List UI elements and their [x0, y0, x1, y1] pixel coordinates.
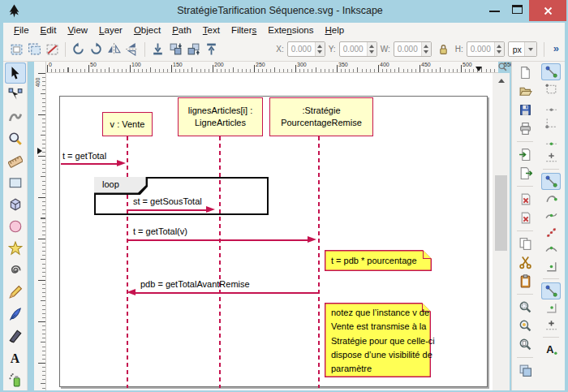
command-toolbar: X:0.000Y:0.000W:0.000H:0.000px»	[3, 37, 565, 62]
ellipse-tool-button[interactable]	[5, 216, 26, 237]
vertical-ruler[interactable]: 400	[34, 62, 46, 390]
snap-path-button[interactable]	[541, 190, 561, 207]
snap-master-icon	[544, 65, 558, 79]
horizontal-ruler[interactable]: 050100150200250300350400450500550	[46, 62, 498, 73]
snap-centers-button[interactable]	[541, 149, 561, 166]
menu-layer[interactable]: Layer	[93, 24, 128, 36]
snap-rotation-centers-button[interactable]	[541, 317, 561, 334]
menu-edit[interactable]: Edit	[35, 24, 62, 36]
rotate-ccw-button[interactable]	[70, 40, 87, 59]
snap-bbox-edges-button[interactable]	[541, 97, 561, 114]
snap-path-intersections-button[interactable]	[541, 207, 561, 224]
maximize-button[interactable]	[508, 0, 527, 21]
calligraphy-tool-button[interactable]	[5, 325, 26, 347]
snap-object-centers-button[interactable]	[541, 299, 561, 317]
x-field[interactable]: 0.000	[287, 41, 325, 57]
redo-button[interactable]	[515, 209, 535, 227]
lifeline-box-label: v : Vente	[110, 118, 145, 131]
select-all-button[interactable]	[8, 40, 25, 59]
snap-bbox-button[interactable]	[541, 80, 561, 97]
tweak-tool-button[interactable]	[5, 106, 26, 127]
selector-tool-button[interactable]	[5, 62, 26, 84]
cut-button[interactable]	[515, 253, 535, 272]
snap-nodes-button[interactable]	[541, 173, 561, 190]
lower-bottom-button[interactable]	[149, 40, 166, 59]
scrollbar-thumb[interactable]	[495, 175, 507, 251]
text-tool-icon: A	[8, 351, 23, 365]
snap-text-baseline-icon: A	[544, 342, 558, 356]
rect-tool-button[interactable]	[5, 172, 26, 193]
pen-tool-button[interactable]	[5, 304, 26, 325]
menu-path[interactable]: Path	[166, 24, 197, 36]
save-button[interactable]	[515, 101, 535, 119]
lock-ratio-button[interactable]	[435, 40, 452, 59]
quickzoom-icon[interactable]	[497, 62, 510, 73]
zoom-drawing-button[interactable]	[515, 317, 535, 335]
new-doc-button[interactable]	[515, 63, 535, 82]
menu-object[interactable]: Object	[128, 24, 166, 36]
vertical-scrollbar[interactable]	[493, 73, 510, 390]
zoom-page-button[interactable]	[515, 335, 535, 354]
minimize-button[interactable]	[485, 0, 505, 21]
deselect-button[interactable]	[44, 40, 61, 59]
star-tool-button[interactable]	[5, 238, 26, 259]
rotate-cw-button[interactable]	[88, 40, 105, 59]
note-visibilite[interactable]: notez que l’instance v de Vente est tran…	[325, 303, 431, 377]
node-tool-button[interactable]	[5, 84, 26, 106]
lifeline-box-lignearticles[interactable]: lignesArticles[i] : LigneArticles	[178, 97, 263, 136]
lifeline-box-strategie[interactable]: :Stratégie PourcentageRemise	[269, 97, 373, 136]
box3d-tool-button[interactable]	[5, 194, 26, 215]
snap-master-button[interactable]	[541, 63, 561, 80]
select-all-layers-button[interactable]	[26, 40, 43, 59]
duplicate-button[interactable]	[515, 361, 535, 380]
snap-bbox-corners-button[interactable]	[541, 114, 561, 131]
menu-help[interactable]: Help	[320, 24, 351, 36]
paste-button[interactable]	[515, 272, 535, 291]
flip-horizontal-button[interactable]	[105, 40, 123, 59]
print-button[interactable]	[515, 119, 535, 138]
undo-button[interactable]	[515, 190, 535, 209]
w-field[interactable]: 0.000	[394, 41, 432, 57]
spiral-tool-button[interactable]	[5, 260, 26, 281]
lifeline-box-vente[interactable]: v : Vente	[102, 112, 153, 136]
raise-button[interactable]	[185, 40, 202, 59]
zoom-selection-button[interactable]	[515, 298, 535, 317]
note-pourcentage[interactable]: t = pdb * pourcentage	[325, 250, 432, 271]
menu-filters[interactable]: Filters	[226, 24, 262, 36]
measure-tool-button[interactable]	[5, 150, 26, 171]
flip-vertical-button[interactable]	[123, 40, 140, 59]
lifeline-strategie[interactable]	[318, 136, 320, 388]
raise-top-button[interactable]	[203, 40, 220, 59]
unit-select[interactable]: px	[508, 41, 537, 57]
spray-tool-button[interactable]	[5, 369, 26, 390]
export-button[interactable]	[515, 164, 535, 183]
menu-file[interactable]: File	[8, 24, 35, 36]
menu-view[interactable]: View	[62, 24, 93, 36]
open-button[interactable]	[515, 82, 535, 101]
menu-text[interactable]: Text	[197, 24, 226, 36]
snap-edge-midpoints-button[interactable]	[541, 131, 561, 149]
open-icon	[519, 84, 532, 98]
pencil-tool-button[interactable]	[5, 282, 26, 303]
snap-midpoints-button[interactable]	[541, 258, 561, 275]
close-button[interactable]	[529, 0, 566, 21]
h-field[interactable]: 0.000	[467, 41, 505, 57]
toolbar-overflow-button[interactable]: »	[551, 42, 560, 56]
scroll-up-button[interactable]	[495, 75, 507, 85]
copy-button[interactable]	[515, 235, 535, 253]
snap-others-button[interactable]	[541, 282, 561, 299]
lifeline-lignearticles[interactable]	[219, 136, 221, 388]
text-tool-button[interactable]: A	[5, 347, 26, 368]
lower-button[interactable]	[167, 40, 184, 59]
y-field[interactable]: 0.000	[339, 41, 377, 57]
zoom-tool-button[interactable]	[5, 128, 26, 149]
snap-smooth-nodes-button[interactable]	[541, 241, 561, 258]
snap-cusp-nodes-button[interactable]	[541, 224, 561, 241]
lifeline-vente[interactable]	[127, 136, 128, 388]
canvas[interactable]: v : Vente lignesArticles[i] : LigneArtic…	[46, 73, 493, 390]
menu-extensions[interactable]: Extensions	[262, 24, 319, 36]
message-label-getsoustotal: st = getSousTotal	[133, 196, 202, 206]
snap-text-baseline-button[interactable]: A	[541, 341, 561, 358]
field-label-w: W:	[381, 45, 390, 54]
import-button[interactable]	[515, 145, 535, 164]
